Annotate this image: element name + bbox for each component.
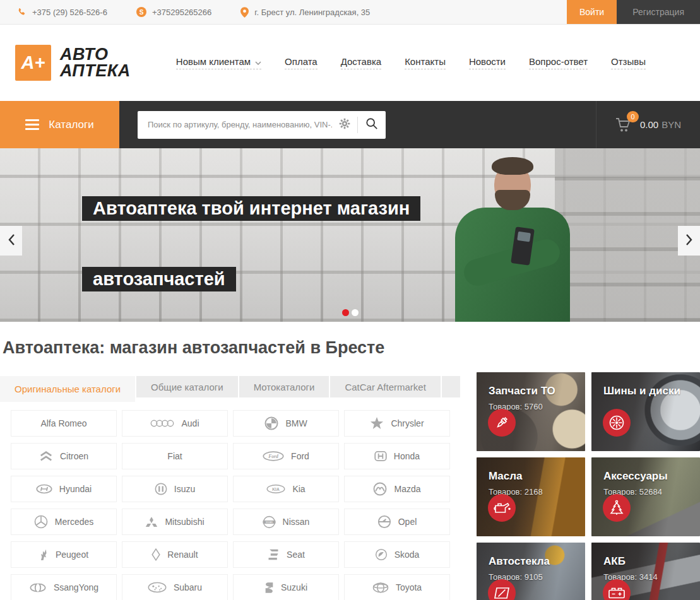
nav-item-delivery[interactable]: Доставка bbox=[341, 56, 381, 69]
search-input[interactable] bbox=[138, 120, 332, 129]
logo[interactable]: A+ АВТО АПТЕКА bbox=[15, 45, 131, 81]
brand-item-subaru[interactable]: Subaru bbox=[122, 574, 228, 600]
slider-dot-1[interactable] bbox=[342, 309, 349, 316]
catalog-tabs: Оригинальные каталогиОбщие каталогиМоток… bbox=[0, 376, 460, 402]
category-card-tyres[interactable]: Шины и диски bbox=[591, 372, 700, 451]
brand-item-kia[interactable]: KIAKia bbox=[233, 476, 339, 502]
brand-item-ssangyong[interactable]: SsangYong bbox=[11, 574, 117, 600]
category-card-accessories[interactable]: АксессуарыТоваров: 52684 bbox=[591, 457, 700, 536]
brand-item-chrysler[interactable]: Chrysler bbox=[344, 410, 450, 437]
catalogs-button-label: Каталоги bbox=[49, 119, 93, 131]
chevron-down-icon bbox=[255, 56, 261, 67]
category-card-oils[interactable]: МаслаТоваров: 2168 bbox=[477, 457, 585, 536]
brand-item-toyota[interactable]: Toyota bbox=[344, 574, 450, 600]
category-card-to-parts[interactable]: Запчасти ТОТоваров: 5760 bbox=[477, 372, 585, 451]
slider-dots bbox=[0, 309, 700, 316]
brand-item-citroen[interactable]: Citroen bbox=[11, 443, 117, 469]
logo-text: АВТО АПТЕКА bbox=[60, 47, 131, 79]
brand-label: Skoda bbox=[394, 550, 420, 560]
brand-item-mitsubishi[interactable]: Mitsubishi bbox=[122, 509, 228, 535]
login-button[interactable]: Войти bbox=[567, 0, 617, 24]
brand-item-skoda[interactable]: Skoda bbox=[344, 541, 450, 568]
brand-item-isuzu[interactable]: Isuzu bbox=[122, 476, 228, 502]
brand-item-suzuki[interactable]: Suzuki bbox=[233, 574, 339, 600]
phone-icon bbox=[17, 8, 27, 17]
nav-item-label: Новости bbox=[469, 56, 506, 67]
brand-item-opel[interactable]: Opel bbox=[344, 509, 450, 535]
nav-item-payment[interactable]: Оплата bbox=[285, 56, 317, 69]
svg-text:KIA: KIA bbox=[273, 487, 280, 491]
chevron-left-icon bbox=[8, 233, 15, 248]
mitsubishi-logo-icon bbox=[145, 516, 158, 528]
slider-dot-2[interactable] bbox=[352, 309, 359, 316]
audi-logo-icon bbox=[150, 418, 174, 428]
tab-original[interactable]: Оригинальные каталоги bbox=[0, 376, 135, 402]
brand-label: Renault bbox=[167, 550, 198, 560]
register-button[interactable]: Регистрация bbox=[617, 0, 700, 24]
tab-moto[interactable]: Мотокаталоги bbox=[239, 376, 329, 397]
nav-item-label: Новым клиентам bbox=[176, 56, 251, 67]
brand-item-nissan[interactable]: NISSANNissan bbox=[233, 509, 339, 535]
slider-prev-button[interactable] bbox=[0, 226, 22, 256]
brand-item-audi[interactable]: Audi bbox=[122, 410, 228, 437]
brand-item-peugeot[interactable]: Peugeot bbox=[11, 541, 117, 568]
spark-plug-icon[interactable] bbox=[488, 409, 516, 437]
hero-slider: Автоаптека твой интернет магазин автозап… bbox=[0, 148, 700, 322]
svg-text:Ford: Ford bbox=[268, 454, 278, 459]
windshield-icon[interactable] bbox=[488, 579, 516, 600]
nav-item-contacts[interactable]: Контакты bbox=[405, 56, 446, 69]
category-title: Масла bbox=[477, 457, 585, 483]
brand-label: SsangYong bbox=[54, 582, 98, 592]
brand-item-honda[interactable]: Honda bbox=[344, 443, 450, 469]
citroen-logo-icon bbox=[39, 450, 53, 462]
brand-item-ford[interactable]: FordFord bbox=[233, 443, 339, 469]
nav-item-faq[interactable]: Вопрос-ответ bbox=[529, 56, 588, 69]
nav-item-news[interactable]: Новости bbox=[469, 56, 506, 69]
logo-mark-icon: A+ bbox=[15, 45, 51, 81]
brand-item-alfa-romeo[interactable]: Alfa Romeo bbox=[11, 410, 117, 437]
catalogs-button[interactable]: Каталоги bbox=[0, 101, 119, 148]
air-freshener-icon[interactable] bbox=[603, 494, 631, 522]
nav-item-reviews[interactable]: Отзывы bbox=[611, 56, 646, 69]
tab-catcar[interactable]: CatCar Aftermarket bbox=[330, 376, 440, 397]
ssangyong-logo-icon bbox=[29, 583, 47, 592]
hyundai-logo-icon bbox=[36, 484, 52, 494]
contact-text: г. Брест ул. Ленинградская, 35 bbox=[254, 8, 370, 17]
brand-item-mercedes[interactable]: Mercedes bbox=[11, 509, 117, 535]
category-count: Товаров: 52684 bbox=[591, 483, 700, 497]
category-title: Шины и диски bbox=[591, 372, 700, 397]
category-count: Товаров: 3414 bbox=[591, 568, 700, 582]
nav-item-new-clients[interactable]: Новым клиентам bbox=[176, 56, 261, 69]
brand-label: Peugeot bbox=[56, 550, 88, 560]
isuzu-logo-icon bbox=[155, 483, 167, 495]
mercedes-logo-icon bbox=[34, 515, 48, 529]
category-cards: Запчасти ТОТоваров: 5760Шины и дискиМасл… bbox=[477, 372, 700, 600]
brand-item-mazda[interactable]: Mazda bbox=[344, 476, 450, 502]
skoda-logo-icon bbox=[375, 548, 388, 561]
category-card-battery[interactable]: АКБТоваров: 3414 bbox=[591, 543, 700, 600]
ford-logo-icon: Ford bbox=[263, 451, 284, 461]
brand-item-bmw[interactable]: BMW bbox=[233, 410, 339, 437]
tab-general[interactable]: Общие каталоги bbox=[136, 376, 238, 397]
brand-item-hyundai[interactable]: Hyundai bbox=[11, 476, 117, 502]
brand-label: BMW bbox=[285, 418, 307, 428]
oil-can-icon[interactable] bbox=[488, 494, 516, 522]
hamburger-icon bbox=[25, 119, 39, 130]
wheel-icon[interactable] bbox=[603, 409, 631, 437]
search-settings-button[interactable] bbox=[332, 111, 357, 139]
brand-item-renault[interactable]: Renault bbox=[122, 541, 228, 568]
search-icon bbox=[365, 117, 378, 132]
brand-label: Toyota bbox=[396, 582, 422, 592]
category-count: Товаров: 2168 bbox=[477, 483, 585, 497]
seat-logo-icon bbox=[267, 548, 280, 561]
battery-icon[interactable] bbox=[603, 579, 631, 600]
brand-item-fiat[interactable]: Fiat bbox=[122, 443, 228, 469]
cart-currency: BYN bbox=[661, 119, 681, 130]
brand-item-seat[interactable]: Seat bbox=[233, 541, 339, 568]
slider-next-button[interactable] bbox=[678, 226, 700, 256]
search-submit-button[interactable] bbox=[358, 111, 386, 139]
category-card-glass[interactable]: АвтостеклаТоваров: 9105 bbox=[477, 543, 585, 600]
cart-button[interactable]: 0 0.00 BYN bbox=[596, 101, 700, 148]
category-title: Аксессуары bbox=[591, 457, 700, 483]
brand-label: Mazda bbox=[394, 484, 420, 494]
